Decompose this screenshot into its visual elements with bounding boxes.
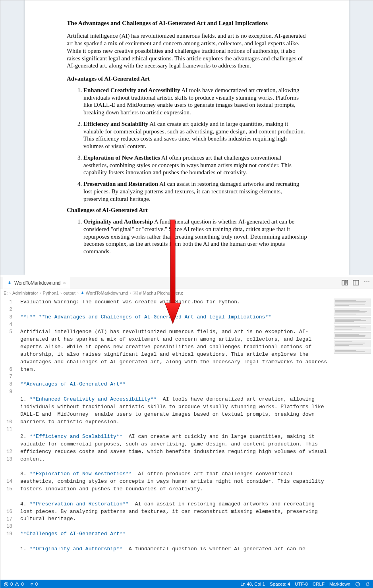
line-number: 2 [0, 306, 18, 314]
code-line[interactable] [20, 373, 330, 381]
tab-close-icon[interactable]: × [63, 280, 66, 286]
editor-tabbar: WordToMarkdown.md × ··· [0, 277, 373, 289]
doc-title: The Advantages and Challenges of AI-Gene… [67, 19, 307, 27]
doc-heading-challenges: Challenges of AI-Generated Art [67, 206, 307, 214]
svg-point-9 [357, 583, 357, 584]
code-line[interactable]: 1. **Originality and Authorship** A fund… [20, 546, 330, 553]
breadcrumb-label: # Machu Picchu, Peru: [139, 291, 183, 295]
status-language[interactable]: Markdown [329, 582, 350, 586]
more-actions-icon[interactable]: ··· [364, 280, 370, 286]
line-number: 7 [0, 373, 18, 381]
editor-tab[interactable]: WordToMarkdown.md × [3, 277, 70, 289]
code-line[interactable]: 4. **Preservation and Restoration** AI c… [20, 501, 330, 523]
svg-rect-0 [342, 280, 344, 285]
code-line[interactable] [20, 493, 330, 501]
vscode-editor-pane: WordToMarkdown.md × ··· E:› Administrato… [0, 277, 373, 588]
code-line[interactable] [20, 388, 330, 396]
code-line[interactable] [20, 321, 330, 329]
line-number: 14 [0, 478, 18, 486]
code-line[interactable]: 1. **Enhanced Creativity and Accessibili… [20, 396, 330, 426]
code-line[interactable] [20, 306, 330, 314]
code-line[interactable]: Evaluation Warning: The document was cre… [20, 299, 330, 306]
code-line[interactable]: 3. **Exploration of New Aesthetics** AI … [20, 470, 330, 493]
breadcrumb-part[interactable]: Administrator [12, 291, 38, 295]
code-body[interactable]: Evaluation Warning: The document was cre… [20, 299, 330, 553]
code-line[interactable]: 2. **Efficiency and Scalability** AI can… [20, 433, 330, 463]
line-number: 17 [0, 516, 18, 523]
code-line[interactable] [20, 523, 330, 530]
status-cursor-position[interactable]: Ln 48, Col 1 [240, 582, 265, 586]
markdown-file-icon [7, 281, 12, 285]
status-feedback[interactable] [355, 582, 360, 587]
line-number: 10 [0, 418, 18, 426]
breadcrumb-part[interactable]: output [64, 291, 76, 295]
item-lead: Preservation and Restoration [83, 181, 158, 187]
word-document-pane: The Advantages and Challenges of AI-Gene… [0, 0, 373, 275]
line-number: 6 [0, 366, 18, 374]
breadcrumb-part[interactable]: Python1 [43, 291, 59, 295]
item-lead: Enhanced Creativity and Accessibility [83, 87, 180, 93]
line-number: 16 [0, 508, 18, 516]
svg-text:M↓: M↓ [134, 292, 137, 294]
line-number: 19 [0, 530, 18, 538]
advantages-list: Enhanced Creativity and Accessibility AI… [67, 87, 307, 203]
svg-point-10 [358, 583, 358, 584]
code-line[interactable] [20, 463, 330, 471]
status-errors[interactable]: 0 0 [4, 582, 24, 587]
list-item: Originality and Authorship A fundamental… [83, 218, 307, 255]
list-item: Exploration of New Aesthetics AI often p… [83, 154, 307, 176]
status-text: 0 [35, 582, 38, 586]
line-number: 18 [0, 523, 18, 530]
line-number: 5 [0, 328, 18, 366]
chevron-right-icon: › [130, 291, 131, 295]
list-item: Efficiency and Scalability AI can create… [83, 120, 307, 150]
challenges-list: Originality and Authorship A fundamental… [67, 218, 307, 255]
code-line[interactable]: **Advantages of AI-Generated Art** [20, 381, 330, 388]
doc-intro: Artificial intelligence (AI) has revolut… [67, 32, 307, 69]
code-editor[interactable]: 12345678910111213141516171819 Evaluation… [0, 297, 373, 580]
chevron-right-icon: › [60, 291, 62, 295]
code-line[interactable]: **T** **he Advantages and Challenges of … [20, 314, 330, 321]
status-ports[interactable]: 0 [29, 582, 38, 587]
chevron-right-icon: › [40, 291, 41, 295]
status-text: 0 [10, 582, 13, 586]
feedback-smiley-icon [355, 582, 360, 587]
breadcrumbs[interactable]: E:› Administrator› Python1› output› Word… [0, 289, 373, 297]
line-number: 15 [0, 486, 18, 508]
status-encoding[interactable]: UTF-8 [295, 582, 308, 586]
bell-icon [365, 582, 370, 587]
split-editor-icon[interactable] [353, 280, 359, 286]
line-number: 11 [0, 426, 18, 448]
chevron-right-icon: › [77, 291, 79, 295]
tabbar-actions: ··· [342, 277, 370, 289]
line-number-gutter: 12345678910111213141516171819 [0, 297, 18, 580]
minimap[interactable] [334, 299, 371, 569]
code-line[interactable]: **Challenges of AI-Generated Art** [20, 530, 330, 538]
line-number: 4 [0, 321, 18, 329]
breadcrumb-label: WordToMarkdown.md [86, 291, 128, 295]
line-number: 12 [0, 448, 18, 456]
open-preview-icon[interactable] [342, 280, 348, 286]
doc-heading-advantages: Advantages of AI-Generated Art [67, 75, 307, 83]
status-indentation[interactable]: Spaces: 4 [270, 582, 290, 586]
breadcrumb-file[interactable]: WordToMarkdown.md [80, 291, 128, 295]
status-eol[interactable]: CRLF [313, 582, 325, 586]
item-lead: Efficiency and Scalability [83, 121, 148, 127]
status-notifications[interactable] [365, 582, 370, 587]
error-icon [4, 582, 9, 587]
breadcrumb-part[interactable]: E: [4, 291, 8, 295]
line-number: 13 [0, 456, 18, 478]
code-line[interactable] [20, 426, 330, 433]
warning-icon [14, 582, 19, 587]
breadcrumb-symbol[interactable]: M↓ # Machu Picchu, Peru: [133, 291, 183, 295]
chevron-right-icon: › [9, 291, 11, 295]
document-page: The Advantages and Challenges of AI-Gene… [25, 0, 349, 275]
line-number: 3 [0, 314, 18, 321]
code-line[interactable] [20, 538, 330, 546]
status-text: 0 [21, 582, 23, 586]
code-line[interactable]: Artificial intelligence (AI) has revolut… [20, 328, 330, 373]
item-lead: Exploration of New Aesthetics [83, 154, 160, 161]
status-bar: 0 0 0 Ln 48, Col 1 Spaces: 4 UTF-8 CRLF … [0, 580, 373, 588]
line-number: 8 [0, 381, 18, 388]
list-item: Enhanced Creativity and Accessibility AI… [83, 87, 307, 116]
